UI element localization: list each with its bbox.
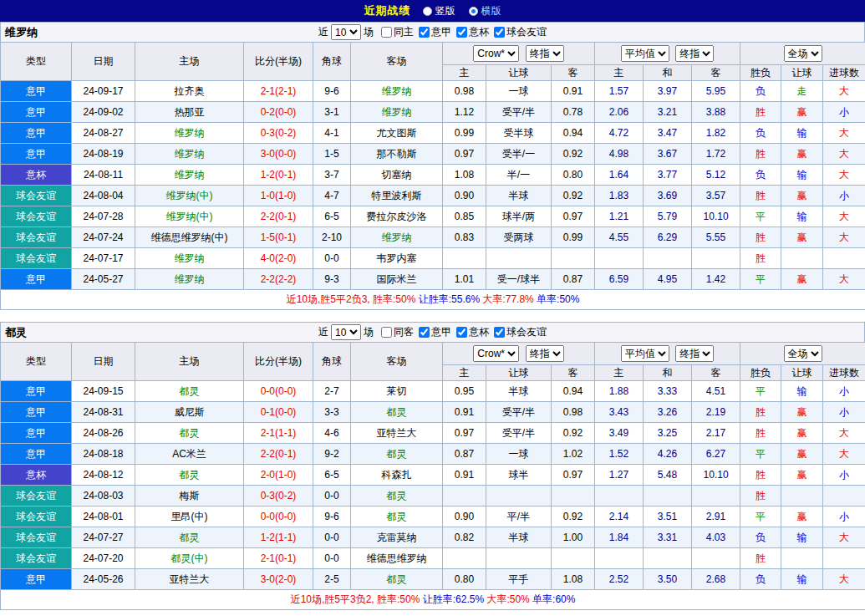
home-odds-cell: 0.87 (443, 444, 486, 465)
result-cell: 负 (740, 81, 781, 102)
result-cell: 胜 (740, 144, 781, 165)
scope-header: 全场 (740, 343, 865, 365)
avg-home-cell: 4.55 (595, 227, 644, 248)
avg-away-cell: 2.68 (692, 569, 740, 590)
match-row: 意甲24-08-27维罗纳0-3(0-2)4-1尤文图斯0.99受半球0.944… (1, 123, 865, 144)
away-team-cell: 都灵 (351, 444, 443, 465)
home-odds-cell: 0.95 (443, 381, 486, 402)
filter-item[interactable]: 意杯 (456, 325, 489, 339)
radio-icon[interactable] (469, 7, 478, 16)
sub-avg-home: 主 (595, 65, 644, 81)
asian-result-cell: 赢 (781, 269, 823, 290)
filter-checkbox[interactable] (419, 27, 430, 38)
home-odds-cell: 1.01 (443, 269, 486, 290)
filter-label: 意甲 (431, 325, 451, 339)
home-team-cell: 威尼斯 (135, 402, 244, 423)
avg-away-cell: 3.57 (692, 186, 740, 206)
avg-stage-select[interactable]: 终指 (675, 345, 714, 362)
scope-select[interactable]: 全场 (784, 345, 822, 362)
sub-asian-result: 让球 (781, 365, 823, 381)
date-cell: 24-07-28 (72, 206, 135, 227)
avg-away-cell: 4.03 (692, 527, 740, 548)
summary-segment: 让胜率:62.5% (420, 593, 484, 605)
corner-cell: 2-10 (313, 227, 351, 248)
filter-item[interactable]: 同客 (381, 325, 414, 339)
avg-home-cell: 4.72 (595, 123, 644, 144)
radio-icon[interactable] (423, 7, 432, 16)
away-team-cell: 费拉尔皮沙洛 (351, 206, 443, 227)
match-row: 意甲24-08-18AC米兰2-2(0-1)9-2都灵0.87一球1.021.5… (1, 444, 865, 465)
filter-checkbox[interactable] (456, 327, 467, 338)
matches-table: 类型 日期 主场 比分(半场) 角球 客场 Crow* 终指 平均值 终指 (0, 342, 865, 610)
score-cell: 2-2(0-1) (244, 444, 313, 465)
scope-select[interactable]: 全场 (784, 45, 822, 62)
goals-result-cell (823, 248, 865, 269)
away-odds-cell: 0.92 (552, 144, 595, 165)
corner-cell: 0-0 (313, 527, 351, 548)
match-count-select[interactable]: 10 (331, 324, 361, 340)
col-corner: 角球 (313, 343, 351, 381)
asian-result-cell (781, 248, 823, 269)
league-cell: 球会友谊 (1, 486, 72, 507)
layout-radio[interactable]: 竖版 (423, 4, 455, 18)
home-team-cell: 维罗纳 (135, 248, 244, 269)
sub-avg-away: 客 (692, 365, 740, 381)
corner-cell: 2-5 (313, 569, 351, 590)
filter-checkbox[interactable] (381, 327, 392, 338)
avg-away-cell: 1.82 (692, 123, 740, 144)
avg-home-cell: 1.52 (595, 444, 644, 465)
away-team-cell: 韦罗内塞 (351, 248, 443, 269)
filter-item[interactable]: 同主 (381, 25, 414, 39)
avg-source-select[interactable]: 平均值 (621, 45, 669, 62)
avg-away-cell: 1.42 (692, 269, 740, 290)
filter-label: 球会友谊 (506, 325, 547, 339)
match-row: 意甲24-08-26都灵2-1(1-1)4-6亚特兰大0.97受平/半0.923… (1, 423, 865, 444)
date-cell: 24-08-01 (72, 507, 135, 527)
odds-stage-select[interactable]: 终指 (526, 45, 564, 62)
avg-stage-select[interactable]: 终指 (675, 45, 714, 62)
match-row: 意甲24-05-27维罗纳2-2(2-2)9-3国际米兰1.01受一/球半0.8… (1, 269, 865, 290)
asian-result-cell: 输 (781, 165, 823, 186)
home-odds-cell: 0.91 (443, 465, 486, 486)
filter-checkbox[interactable] (456, 27, 467, 38)
odds-source-select[interactable]: Crow* (473, 345, 519, 362)
result-cell: 胜 (740, 402, 781, 423)
home-odds-cell: 0.97 (443, 144, 486, 165)
layout-radio[interactable]: 横版 (469, 4, 501, 18)
avg-source-select[interactable]: 平均值 (621, 345, 669, 362)
odds-source-select[interactable]: Crow* (473, 45, 519, 62)
filter-checkbox[interactable] (494, 27, 505, 38)
away-team-cell: 维罗纳 (351, 227, 443, 248)
filter-item[interactable]: 意杯 (456, 25, 489, 39)
home-team-cell: 维罗纳 (135, 123, 244, 144)
league-cell: 球会友谊 (1, 248, 72, 269)
matches-label: 场 (364, 25, 374, 39)
avg-home-cell: 1.88 (595, 381, 644, 402)
sub-home-odds: 主 (443, 65, 486, 81)
date-cell: 24-08-26 (72, 423, 135, 444)
score-cell: 2-1(0-1) (244, 548, 313, 569)
away-odds-cell: 1.08 (552, 569, 595, 590)
asian-result-cell: 赢 (781, 465, 823, 486)
result-cell: 平 (740, 444, 781, 465)
handicap-cell (486, 548, 552, 569)
filter-checkbox[interactable] (381, 27, 392, 38)
league-cell: 意甲 (1, 381, 72, 402)
handicap-cell: 受一/球半 (486, 269, 552, 290)
goals-result-cell: 大 (823, 269, 865, 290)
matches-table: 类型 日期 主场 比分(半场) 角球 客场 Crow* 终指 平均值 终指 (0, 42, 865, 310)
filter-checkbox[interactable] (494, 327, 505, 338)
corner-cell: 6-5 (313, 465, 351, 486)
corner-cell: 4-1 (313, 123, 351, 144)
filter-item[interactable]: 意甲 (419, 325, 451, 339)
league-cell: 意甲 (1, 123, 72, 144)
filter-item[interactable]: 意甲 (419, 25, 451, 39)
result-cell: 胜 (740, 465, 781, 486)
odds-stage-select[interactable]: 终指 (526, 345, 564, 362)
handicap-cell: 平手 (486, 569, 552, 590)
filter-item[interactable]: 球会友谊 (494, 25, 547, 39)
match-count-select[interactable]: 10 (331, 24, 361, 40)
filter-item[interactable]: 球会友谊 (494, 325, 547, 339)
avg-draw-cell: 4.95 (644, 269, 692, 290)
filter-checkbox[interactable] (419, 327, 430, 338)
